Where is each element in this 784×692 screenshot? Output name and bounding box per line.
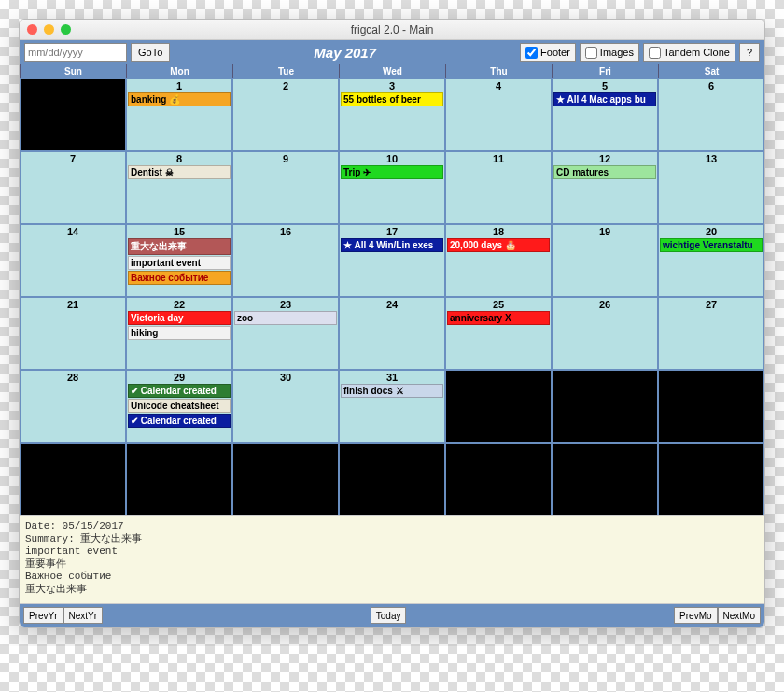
day-cell[interactable]: 29✔ Calendar createdUnicode cheatsheet✔ … <box>126 370 232 443</box>
day-number: 22 <box>127 298 231 311</box>
tandem-checkbox[interactable] <box>649 47 661 59</box>
footer-toggle-label: Footer <box>540 47 570 58</box>
event-chip[interactable]: Dentist ☠ <box>128 165 231 179</box>
images-checkbox[interactable] <box>585 47 597 59</box>
day-cell <box>339 443 445 515</box>
day-cell[interactable]: 11 <box>445 151 552 224</box>
day-cell[interactable]: 1820,000 days 🎂 <box>445 224 552 297</box>
event-chip[interactable]: banking 💰 <box>128 92 231 106</box>
day-cell <box>20 78 126 151</box>
help-button[interactable]: ? <box>739 43 760 62</box>
event-chip[interactable]: anniversary X <box>447 311 550 325</box>
event-chip[interactable]: ★ All 4 Win/Lin exes <box>341 238 443 252</box>
dow-label: Wed <box>339 64 445 78</box>
event-chip[interactable]: hiking <box>128 326 231 340</box>
day-cell[interactable]: 25anniversary X <box>445 297 552 370</box>
day-cell[interactable]: 26 <box>552 297 658 370</box>
day-number: 9 <box>233 152 338 165</box>
day-cell <box>552 443 658 515</box>
day-cell[interactable]: 9 <box>232 151 339 224</box>
date-input[interactable] <box>24 43 127 62</box>
event-chip[interactable]: ✔ Calendar created <box>128 384 231 398</box>
day-cell[interactable]: 24 <box>339 297 445 370</box>
dow-label: Mon <box>126 64 232 78</box>
event-chip[interactable]: Unicode cheatsheet <box>128 399 231 413</box>
day-cell[interactable]: 28 <box>20 370 126 443</box>
next-month-button[interactable]: NextMo <box>718 607 761 624</box>
images-toggle[interactable]: Images <box>580 43 639 62</box>
day-cell <box>658 370 764 443</box>
goto-button[interactable]: GoTo <box>131 43 170 62</box>
toolbar: GoTo May 2017 Footer Images Tandem Clone… <box>20 40 764 64</box>
day-cell <box>126 443 232 515</box>
day-number: 6 <box>659 79 763 92</box>
day-cell[interactable]: 8Dentist ☠ <box>126 151 232 224</box>
day-cell[interactable]: 10Trip ✈ <box>339 151 445 224</box>
day-cell[interactable]: 21 <box>20 297 126 370</box>
day-number: 13 <box>659 152 763 165</box>
day-cell[interactable]: 20wichtige Veranstaltu <box>658 224 764 297</box>
day-number: 27 <box>659 298 763 311</box>
event-chip[interactable]: finish docs ⚔ <box>341 384 443 398</box>
day-cell[interactable]: 5★ All 4 Mac apps bu <box>552 78 658 151</box>
day-cell[interactable]: 2 <box>232 78 339 151</box>
day-cell[interactable]: 4 <box>445 78 552 151</box>
event-chip[interactable]: Trip ✈ <box>341 165 443 179</box>
day-number: 2 <box>233 79 338 92</box>
event-chip[interactable]: ✔ Calendar created <box>128 414 231 428</box>
day-cell[interactable]: 12CD matures <box>552 151 658 224</box>
footer-toggle[interactable]: Footer <box>520 43 576 62</box>
day-cell[interactable]: 19 <box>552 224 658 297</box>
footer-details[interactable]: Date: 05/15/2017 Summary: 重大な出来事 importa… <box>20 515 764 604</box>
event-chip[interactable]: wichtige Veranstaltu <box>660 238 763 252</box>
day-number: 8 <box>127 152 231 165</box>
event-chip[interactable]: zoo <box>234 311 337 325</box>
day-cell[interactable]: 17★ All 4 Win/Lin exes <box>339 224 445 297</box>
dow-label: Fri <box>552 64 658 78</box>
event-chip[interactable]: Victoria day <box>128 311 231 325</box>
tandem-toggle[interactable]: Tandem Clone <box>643 43 735 62</box>
event-chip[interactable]: CD matures <box>553 165 656 179</box>
month-title: May 2017 <box>174 45 516 61</box>
day-number: 10 <box>340 152 444 165</box>
event-chip[interactable]: Важное событие <box>128 271 231 285</box>
bottom-bar: PrevYr NextYr Today PrevMo NextMo <box>20 604 764 627</box>
prev-year-button[interactable]: PrevYr <box>23 607 63 624</box>
zoom-icon[interactable] <box>61 24 71 35</box>
day-cell[interactable]: 23zoo <box>232 297 339 370</box>
day-number: 20 <box>659 225 763 238</box>
today-button[interactable]: Today <box>371 607 407 624</box>
day-cell[interactable]: 16 <box>232 224 339 297</box>
day-number: 19 <box>553 225 657 238</box>
day-cell[interactable]: 22Victoria dayhiking <box>126 297 232 370</box>
day-cell[interactable]: 15重大な出来事important eventВажное событие <box>126 224 232 297</box>
day-cell[interactable]: 30 <box>232 370 339 443</box>
minimize-icon[interactable] <box>44 24 54 35</box>
day-cell[interactable]: 31finish docs ⚔ <box>339 370 445 443</box>
day-cell[interactable]: 7 <box>20 151 126 224</box>
close-icon[interactable] <box>27 24 37 35</box>
day-cell[interactable]: 27 <box>658 297 764 370</box>
day-number: 26 <box>553 298 657 311</box>
day-cell[interactable]: 355 bottles of beer <box>339 78 445 151</box>
event-chip[interactable]: ★ All 4 Mac apps bu <box>553 92 656 106</box>
day-cell[interactable]: 6 <box>658 78 764 151</box>
day-number: 21 <box>21 298 125 311</box>
day-cell[interactable]: 13 <box>658 151 764 224</box>
prev-month-button[interactable]: PrevMo <box>674 607 717 624</box>
dow-label: Sat <box>658 64 764 78</box>
images-toggle-label: Images <box>600 47 634 58</box>
day-cell[interactable]: 14 <box>20 224 126 297</box>
day-number: 7 <box>21 152 125 165</box>
day-number: 1 <box>127 79 231 92</box>
footer-checkbox[interactable] <box>525 47 538 59</box>
day-number: 11 <box>446 152 551 165</box>
day-number: 12 <box>553 152 657 165</box>
event-chip[interactable]: 55 bottles of beer <box>341 92 443 106</box>
event-chip[interactable]: 20,000 days 🎂 <box>447 238 550 252</box>
day-cell <box>445 443 552 515</box>
event-chip[interactable]: 重大な出来事 <box>128 238 231 255</box>
event-chip[interactable]: important event <box>128 256 231 270</box>
day-cell[interactable]: 1banking 💰 <box>126 78 232 151</box>
next-year-button[interactable]: NextYr <box>63 607 104 624</box>
